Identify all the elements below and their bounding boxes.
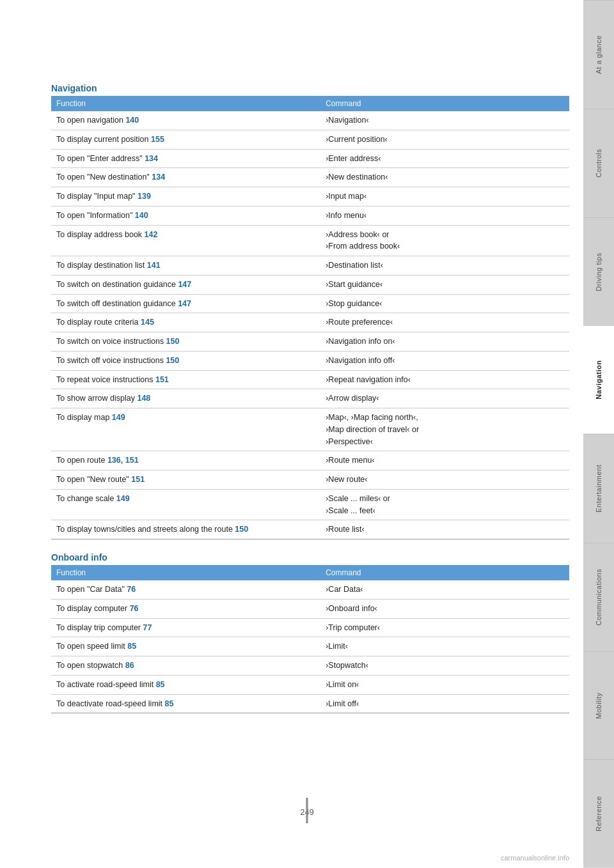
page-ref: 139 <box>138 192 151 201</box>
nav-table-row: To open navigation 140›Navigation‹ <box>51 111 569 130</box>
page-ref: 147 <box>178 299 191 308</box>
page-ref: 86 <box>125 661 134 670</box>
nav-function-cell: To open navigation 140 <box>51 111 320 130</box>
nav-command-cell: ›Enter address‹ <box>320 149 569 168</box>
nav-function-cell: To open "New destination" 134 <box>51 168 320 187</box>
navigation-section: Navigation Function Command To open navi… <box>51 83 569 539</box>
nav-function-cell: To open "Enter address" 134 <box>51 149 320 168</box>
page-ref: 140 <box>135 211 148 220</box>
page-ref: 151 <box>131 475 145 484</box>
onboard-table-row: To open "Car Data" 76›Car Data‹ <box>51 580 569 599</box>
nav-command-cell: ›Info menu‹ <box>320 206 569 225</box>
sidebar-tab-driving-tips[interactable]: Driving tips <box>583 217 614 326</box>
onboard-table-row: To open speed limit 85›Limit‹ <box>51 637 569 656</box>
nav-function-cell: To repeat voice instructions 151 <box>51 370 320 389</box>
page-ref: 145 <box>141 318 154 327</box>
navigation-table: Function Command To open navigation 140›… <box>51 96 569 539</box>
onboard-table-row: To display computer 76›Onboard info‹ <box>51 599 569 618</box>
nav-table-row: To display route criteria 145›Route pref… <box>51 313 569 332</box>
nav-table-row: To change scale 149›Scale ... miles‹ or … <box>51 489 569 520</box>
nav-function-cell: To display current position 155 <box>51 130 320 149</box>
page-ref: 134 <box>152 173 165 182</box>
onboard-table: Function Command To open "Car Data" 76›C… <box>51 565 569 713</box>
sidebar-tab-reference[interactable]: Reference <box>583 759 614 868</box>
nav-command-cell: ›Stop guidance‹ <box>320 294 569 313</box>
nav-function-cell: To display towns/cities and streets alon… <box>51 520 320 539</box>
page-ref: 136, 151 <box>107 456 139 465</box>
page-content: Navigation Function Command To open navi… <box>51 83 576 713</box>
nav-function-cell: To switch off voice instructions 150 <box>51 351 320 370</box>
sidebar-tab-communications[interactable]: Communications <box>583 543 614 651</box>
nav-function-cell: To switch on voice instructions 150 <box>51 332 320 352</box>
nav-col-command: Command <box>320 96 569 111</box>
onboard-function-cell: To display computer 76 <box>51 599 320 618</box>
nav-table-row: To switch on voice instructions 150›Navi… <box>51 332 569 352</box>
onboard-section-title: Onboard info <box>51 552 569 562</box>
sidebar: At a glance Controls Driving tips Naviga… <box>583 0 614 868</box>
onboard-function-cell: To activate road-speed limit 85 <box>51 675 320 694</box>
sidebar-tab-controls[interactable]: Controls <box>583 109 614 217</box>
nav-function-cell: To display map 149 <box>51 408 320 451</box>
nav-function-cell: To display "Input map" 139 <box>51 187 320 206</box>
onboard-command-cell: ›Onboard info‹ <box>320 599 569 618</box>
onboard-function-cell: To open "Car Data" 76 <box>51 580 320 599</box>
navigation-table-header: Function Command <box>51 96 569 111</box>
sidebar-tab-at-a-glance[interactable]: At a glance <box>583 0 614 109</box>
nav-command-cell: ›Navigation info off‹ <box>320 351 569 370</box>
nav-table-row: To repeat voice instructions 151›Repeat … <box>51 370 569 389</box>
page-ref: 142 <box>145 230 158 239</box>
nav-table-row: To display map 149›Map‹, ›Map facing nor… <box>51 408 569 451</box>
nav-table-row: To display destination list 141›Destinat… <box>51 256 569 275</box>
page-ref: 147 <box>178 280 191 289</box>
onboard-function-cell: To open stopwatch 86 <box>51 656 320 676</box>
nav-command-cell: ›New destination‹ <box>320 168 569 187</box>
onboard-col-command: Command <box>320 565 569 580</box>
onboard-command-cell: ›Stopwatch‹ <box>320 656 569 676</box>
onboard-table-row: To deactivate road-speed limit 85›Limit … <box>51 694 569 713</box>
nav-table-row: To open "New destination" 134›New destin… <box>51 168 569 187</box>
page-ref: 76 <box>127 585 136 594</box>
nav-function-cell: To change scale 149 <box>51 489 320 520</box>
sidebar-tab-mobility[interactable]: Mobility <box>583 651 614 760</box>
nav-function-cell: To open route 136, 151 <box>51 451 320 470</box>
nav-table-row: To switch off destination guidance 147›S… <box>51 294 569 313</box>
onboard-table-row: To display trip computer 77›Trip compute… <box>51 618 569 637</box>
nav-table-row: To open route 136, 151›Route menu‹ <box>51 451 569 470</box>
page-ref: 149 <box>112 413 125 422</box>
page-ref: 141 <box>147 261 161 270</box>
sidebar-tab-navigation[interactable]: Navigation <box>583 325 614 434</box>
nav-table-row: To open "Information" 140›Info menu‹ <box>51 206 569 225</box>
nav-col-function: Function <box>51 96 320 111</box>
onboard-command-cell: ›Limit on‹ <box>320 675 569 694</box>
nav-function-cell: To display destination list 141 <box>51 256 320 275</box>
onboard-col-function: Function <box>51 565 320 580</box>
page-ref: 150 <box>166 337 180 346</box>
nav-command-cell: ›Navigation info on‹ <box>320 332 569 352</box>
nav-table-row: To display current position 155›Current … <box>51 130 569 149</box>
nav-command-cell: ›Destination list‹ <box>320 256 569 275</box>
sidebar-tab-entertainment[interactable]: Entertainment <box>583 434 614 543</box>
page-ref: 149 <box>116 494 130 503</box>
nav-table-row: To switch on destination guidance 147›St… <box>51 275 569 294</box>
onboard-table-row: To open stopwatch 86›Stopwatch‹ <box>51 656 569 676</box>
page-ref: 134 <box>145 154 158 163</box>
page-ref: 85 <box>127 642 136 651</box>
page-ref: 148 <box>137 394 150 403</box>
onboard-function-cell: To deactivate road-speed limit 85 <box>51 694 320 713</box>
page-ref: 85 <box>156 680 165 689</box>
onboard-function-cell: To open speed limit 85 <box>51 637 320 656</box>
page-ref: 150 <box>166 356 179 365</box>
nav-command-cell: ›Repeat navigation info‹ <box>320 370 569 389</box>
page-bar <box>306 798 308 823</box>
nav-table-row: To open "Enter address" 134›Enter addres… <box>51 149 569 168</box>
onboard-command-cell: ›Limit off‹ <box>320 694 569 713</box>
nav-command-cell: ›Input map‹ <box>320 187 569 206</box>
nav-function-cell: To switch off destination guidance 147 <box>51 294 320 313</box>
nav-function-cell: To switch on destination guidance 147 <box>51 275 320 294</box>
nav-function-cell: To show arrow display 148 <box>51 389 320 408</box>
nav-function-cell: To display route criteria 145 <box>51 313 320 332</box>
onboard-table-row: To activate road-speed limit 85›Limit on… <box>51 675 569 694</box>
nav-command-cell: ›Route menu‹ <box>320 451 569 470</box>
nav-function-cell: To open "Information" 140 <box>51 206 320 225</box>
nav-table-row: To switch off voice instructions 150›Nav… <box>51 351 569 370</box>
